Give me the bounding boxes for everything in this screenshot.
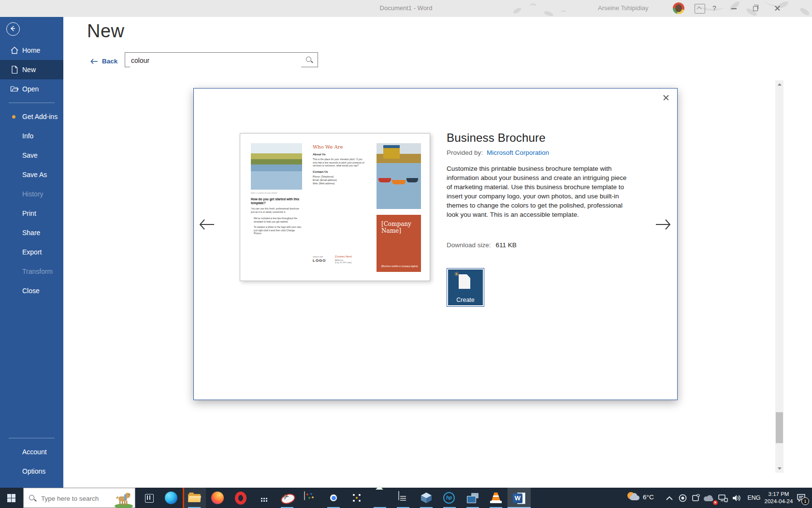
taskbar-app-chrome[interactable] [322, 488, 345, 508]
title-bar: Document1 - Word Arseine Tshipidiay ? [0, 0, 812, 17]
taskbar-app-opera[interactable] [229, 488, 252, 508]
screen-clip-icon [691, 494, 700, 502]
boat-decoration [392, 180, 406, 184]
search-back-button[interactable]: Back [90, 58, 117, 65]
search-icon[interactable] [305, 56, 313, 64]
search-highlight-dog-image[interactable] [114, 489, 134, 508]
taskbar-app-file-explorer[interactable] [183, 488, 206, 508]
provider-link[interactable]: Microsoft Corporation [487, 149, 549, 156]
sidebar-item-save-as[interactable]: Save As [0, 165, 63, 184]
taskbar-app-paint[interactable] [299, 488, 322, 508]
sidebar-item-open[interactable]: Open [0, 79, 63, 99]
task-view-button[interactable] [138, 488, 160, 508]
tray-volume-icon[interactable] [732, 488, 744, 508]
sidebar-item-history: History [0, 184, 63, 204]
action-center-button[interactable]: 1 [795, 488, 812, 508]
edge-icon [165, 492, 177, 504]
taskbar-app-movie-maker[interactable] [345, 488, 368, 508]
back-arrow-icon [9, 25, 16, 32]
hp-icon: hp [443, 492, 455, 504]
tray-network-icon[interactable] [718, 488, 731, 508]
left-arrow-icon [199, 218, 215, 231]
company-name-panel: [Company Name] [Brochure subtitle or com… [377, 215, 421, 272]
contact-lines: Phone: [Telephone] Email: [Email address… [313, 175, 367, 185]
taskbar-app-hp[interactable]: hp [438, 488, 461, 508]
scrollbar-thumb[interactable] [776, 412, 783, 443]
taskbar-app-vlc[interactable] [484, 488, 508, 508]
page-title: New [87, 21, 125, 42]
opera-icon [235, 492, 246, 505]
previous-template-button[interactable] [199, 218, 216, 233]
create-button[interactable]: ✳ Create [447, 268, 484, 307]
vertical-scrollbar[interactable] [775, 80, 783, 473]
taskbar-app-firefox[interactable] [206, 488, 229, 508]
user-avatar[interactable] [673, 2, 684, 14]
language-indicator[interactable]: ENG [746, 488, 762, 508]
taskbar-app-screenshot-tool[interactable] [368, 488, 392, 508]
remote-desktop-icon [466, 492, 479, 504]
start-button[interactable] [0, 488, 23, 508]
record-icon [679, 494, 687, 502]
tray-record-icon[interactable] [679, 488, 690, 508]
taskbar-app-virtualbox[interactable] [415, 488, 438, 508]
next-template-button[interactable] [655, 218, 672, 233]
new-document-icon [459, 274, 470, 289]
template-search-input[interactable] [130, 53, 301, 67]
close-window-button[interactable] [769, 0, 786, 17]
network-icon [718, 494, 728, 502]
search-icon [29, 494, 36, 502]
sidebar-item-save[interactable]: Save [0, 146, 63, 165]
sidebar-item-share[interactable]: Share [0, 223, 63, 242]
word-icon: W [513, 492, 525, 504]
sidebar-item-print[interactable]: Print [0, 204, 63, 223]
taskbar-app-edge[interactable] [160, 488, 183, 508]
taskbar-search-input[interactable] [40, 493, 115, 504]
home-icon [10, 46, 19, 55]
taskbar-app-calculator[interactable] [252, 488, 276, 508]
sidebar-item-export[interactable]: Export [0, 242, 63, 262]
weather-widget[interactable]: 6°C [627, 488, 657, 508]
taskbar-app-remote-desktop[interactable] [461, 488, 484, 508]
taskbar-app-snipping-tool[interactable]: ✂ [276, 488, 299, 508]
weather-cloud-icon [630, 495, 639, 500]
template-info: Business Brochure Provided by:Microsoft … [447, 131, 630, 249]
template-title: Business Brochure [447, 131, 630, 145]
sidebar-item-info[interactable]: Info [0, 126, 63, 146]
scroll-up-button[interactable] [775, 80, 783, 89]
file-explorer-icon [188, 492, 201, 504]
dialog-close-button[interactable] [661, 92, 671, 103]
taskbar-app-word[interactable]: W [508, 488, 531, 508]
scroll-down-button[interactable] [775, 464, 783, 473]
back-button[interactable] [6, 22, 20, 36]
sidebar-item-home[interactable]: Home [0, 41, 63, 60]
sidebar-item-close[interactable]: Close [0, 281, 63, 300]
restore-button[interactable] [747, 0, 764, 17]
word-application-window: Document1 - Word Arseine Tshipidiay ? Ho… [0, 0, 812, 508]
help-button[interactable]: ? [706, 0, 723, 17]
date: 2024-04-24 [764, 498, 794, 505]
sidebar-item-account[interactable]: Account [0, 442, 63, 462]
sidebar-item-options[interactable]: Options [0, 462, 63, 481]
tray-screen-clip-icon[interactable] [691, 488, 703, 508]
clock[interactable]: 3:17 PM 2024-04-24 [764, 488, 794, 508]
back-arrow-icon [90, 59, 98, 64]
template-preview-image: [Type a caption for your photo] How do y… [240, 133, 430, 281]
user-name[interactable]: Arseine Tshipidiay [598, 4, 649, 12]
sidebar-bottom-group: Account Options [0, 434, 63, 481]
minimize-icon [731, 8, 737, 9]
sidebar-item-new[interactable]: New [0, 60, 63, 79]
new-badge-dot [12, 115, 15, 119]
minimize-button[interactable] [726, 0, 742, 17]
template-search-box [125, 52, 318, 67]
download-size-value: 611 KB [496, 241, 517, 249]
boat-decoration [406, 178, 418, 182]
boat-decoration [378, 178, 391, 182]
open-folder-icon [10, 85, 19, 93]
ribbon-display-options-icon[interactable] [695, 4, 705, 14]
taskbar-app-notepad[interactable] [392, 488, 415, 508]
tray-onedrive-icon[interactable]: ✕ [704, 488, 716, 508]
sidebar-item-get-addins[interactable]: Get Add-ins [0, 107, 63, 126]
vlc-icon [490, 493, 502, 503]
boathouse-decoration [383, 148, 400, 159]
tray-chevron-up[interactable] [666, 488, 678, 508]
